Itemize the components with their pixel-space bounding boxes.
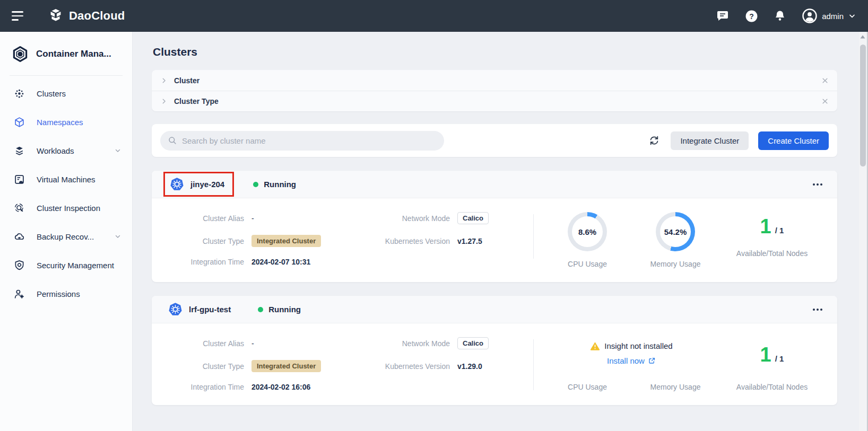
warning-icon xyxy=(590,341,600,350)
refresh-icon[interactable] xyxy=(647,134,661,147)
chevron-down-icon[interactable] xyxy=(114,147,121,154)
scrollbar-up-arrow[interactable] xyxy=(859,35,866,39)
detail-label-type: Cluster Type xyxy=(164,237,244,245)
chat-icon[interactable] xyxy=(716,9,730,23)
brand: DaoCloud xyxy=(48,8,125,24)
sidebar-item-security-management[interactable]: Security Management xyxy=(0,251,132,279)
detail-label-integration-time: Integration Time xyxy=(164,383,244,391)
cluster-card-body: Cluster Alias - Network Mode Calico Clus… xyxy=(152,198,837,282)
create-cluster-button[interactable]: Create Cluster xyxy=(758,131,829,150)
cpu-usage-donut: 8.6% xyxy=(568,212,607,251)
sidebar-item-workloads[interactable]: Workloads xyxy=(0,136,132,165)
chevron-right-icon[interactable] xyxy=(160,77,168,84)
bell-icon[interactable] xyxy=(773,9,787,23)
detail-value-network: Calico xyxy=(457,337,516,349)
more-actions-icon[interactable] xyxy=(810,180,826,189)
cpu-usage-label: CPU Usage xyxy=(568,260,607,268)
filter-panel: Cluster Cluster Type xyxy=(152,70,837,111)
sidebar-item-label: Backup Recov... xyxy=(37,232,94,241)
more-actions-icon[interactable] xyxy=(810,305,826,314)
page-scrollbar[interactable] xyxy=(859,32,866,431)
menu-toggle-icon[interactable] xyxy=(12,11,24,21)
sidebar-divider xyxy=(10,75,123,76)
cluster-type-badge: Integrated Cluster xyxy=(251,235,321,247)
sidebar-item-namespaces[interactable]: Namespaces xyxy=(0,108,132,136)
chevron-down-icon[interactable] xyxy=(114,233,121,240)
sidebar-item-backup-recovery[interactable]: Backup Recov... xyxy=(0,222,132,251)
integrate-cluster-button[interactable]: Integrate Cluster xyxy=(671,131,749,150)
cluster-stats: Insight not installed Install now CPU Us… xyxy=(533,337,824,391)
close-icon[interactable] xyxy=(821,98,829,105)
filter-row-cluster-type[interactable]: Cluster Type xyxy=(152,91,837,111)
cluster-name[interactable]: lrf-gpu-test xyxy=(189,305,231,314)
sidebar-item-permissions[interactable]: Permissions xyxy=(0,279,132,308)
install-now-label[interactable]: Install now xyxy=(607,356,645,365)
sidebar-item-clusters[interactable]: Clusters xyxy=(0,79,132,108)
help-icon[interactable]: ? xyxy=(744,9,758,23)
chevron-down-icon xyxy=(848,12,856,20)
cluster-card-jinye-204: jinye-204 Running Cluster Alias - Networ… xyxy=(152,171,837,282)
cpu-usage-label: CPU Usage xyxy=(543,383,631,391)
backup-cloud-icon xyxy=(14,231,25,242)
permissions-user-icon xyxy=(14,288,25,300)
insight-warning: Insight not installed xyxy=(590,341,672,350)
nodes-label: Available/Total Nodes xyxy=(736,249,808,258)
sidebar-item-virtual-machines[interactable]: Virtual Machines xyxy=(0,165,132,193)
insight-block: Insight not installed Install now CPU Us… xyxy=(543,341,719,391)
sidebar-item-cluster-inspection[interactable]: Cluster Inspection xyxy=(0,193,132,222)
main-content: Clusters Cluster Cluster Type xyxy=(133,32,868,431)
username: admin xyxy=(822,12,844,21)
search-input[interactable] xyxy=(182,136,437,145)
detail-value-type: Integrated Cluster xyxy=(251,360,350,372)
usage-labels: CPU Usage Memory Usage xyxy=(543,383,719,391)
cluster-details: Cluster Alias - Network Mode Calico Clus… xyxy=(164,212,516,268)
detail-label-k8s-version: Kubernetes Version xyxy=(357,237,450,245)
nodes-stat: 1 / 1 Available/Total Nodes xyxy=(719,345,824,391)
cpu-usage-value: 8.6% xyxy=(568,212,607,251)
cluster-status: Running xyxy=(258,305,301,314)
cluster-name[interactable]: jinye-204 xyxy=(190,180,224,189)
install-now-link[interactable]: Install now xyxy=(607,356,656,365)
nodes-label: Available/Total Nodes xyxy=(736,383,808,391)
detail-label-integration-time: Integration Time xyxy=(164,258,244,266)
close-icon[interactable] xyxy=(821,77,829,84)
detail-value-k8s-version: v1.29.0 xyxy=(457,362,516,371)
cluster-details: Cluster Alias - Network Mode Calico Clus… xyxy=(164,337,516,391)
memory-usage-label: Memory Usage xyxy=(631,383,719,391)
module-title[interactable]: Container Mana... xyxy=(0,32,132,75)
detail-value-k8s-version: v1.27.5 xyxy=(457,237,516,245)
scrollbar-thumb[interactable] xyxy=(860,45,866,166)
virtual-machines-icon xyxy=(14,174,25,185)
filter-row-cluster[interactable]: Cluster xyxy=(152,70,837,91)
filter-label: Cluster Type xyxy=(174,97,219,105)
search-box[interactable] xyxy=(160,131,444,151)
cluster-name-annotated[interactable]: jinye-204 xyxy=(163,172,234,197)
module-title-label: Container Mana... xyxy=(36,49,111,59)
stats-divider xyxy=(533,214,534,259)
external-link-icon xyxy=(648,357,656,365)
insight-warning-text: Insight not installed xyxy=(604,341,672,350)
detail-label-type: Cluster Type xyxy=(164,362,244,371)
detail-label-k8s-version: Kubernetes Version xyxy=(357,362,450,371)
cluster-name-wrap[interactable]: lrf-gpu-test xyxy=(163,298,239,320)
memory-usage-donut: 54.2% xyxy=(656,212,695,251)
nodes-total: / 1 xyxy=(775,226,784,235)
workloads-layers-icon xyxy=(14,145,25,156)
cluster-type-badge: Integrated Cluster xyxy=(251,360,321,372)
svg-text:?: ? xyxy=(749,12,754,20)
cluster-card-header: jinye-204 Running xyxy=(152,171,837,198)
detail-label-alias: Cluster Alias xyxy=(164,214,244,223)
nodes-available: 1 xyxy=(760,345,771,365)
detail-value-type: Integrated Cluster xyxy=(251,235,350,247)
detail-label-network: Network Mode xyxy=(357,214,450,223)
detail-value-alias: - xyxy=(251,339,350,348)
detail-label-alias: Cluster Alias xyxy=(164,339,244,348)
sidebar-item-label: Cluster Inspection xyxy=(37,204,100,213)
sidebar-item-label: Permissions xyxy=(37,289,80,298)
filter-label: Cluster xyxy=(174,76,199,85)
status-dot xyxy=(258,307,263,312)
sidebar-item-label: Clusters xyxy=(37,89,66,98)
user-menu[interactable]: admin xyxy=(802,8,856,24)
chevron-right-icon[interactable] xyxy=(160,98,168,105)
status-label: Running xyxy=(268,305,301,314)
